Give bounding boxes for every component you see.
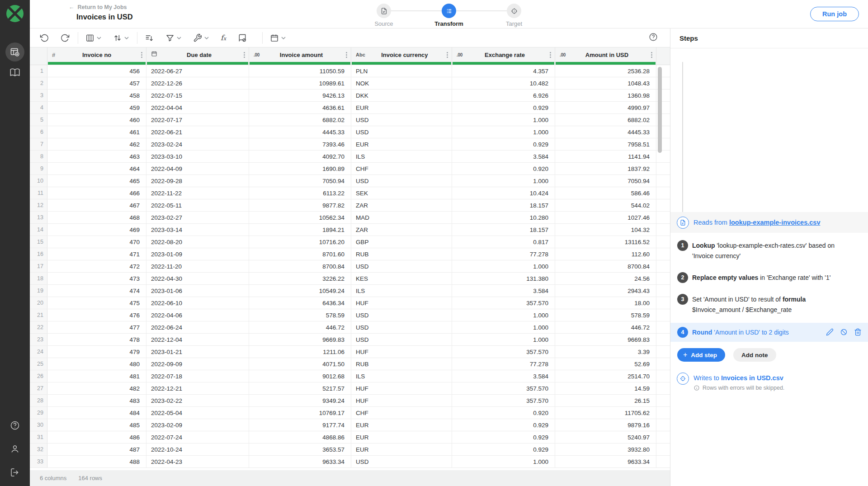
cell[interactable]: 9633.34 xyxy=(555,456,656,467)
cell[interactable]: 2023-01-06 xyxy=(146,285,249,297)
row-number[interactable]: 10 xyxy=(30,175,47,187)
cell[interactable]: CHF xyxy=(351,407,452,419)
cell[interactable]: 471 xyxy=(47,248,146,260)
cell[interactable]: USD xyxy=(351,175,452,187)
cell[interactable]: 4636.61 xyxy=(249,102,351,113)
row-number[interactable]: 5 xyxy=(30,114,47,126)
cell[interactable]: 1.000 xyxy=(452,175,555,187)
cell[interactable]: 2022-06-24 xyxy=(146,321,249,333)
row-number[interactable]: 8 xyxy=(30,151,47,162)
cell[interactable]: CHF xyxy=(351,163,452,175)
help-icon[interactable] xyxy=(5,416,24,434)
cell[interactable]: ILS xyxy=(351,370,452,382)
cell[interactable]: 1.000 xyxy=(452,126,555,138)
disable-icon[interactable] xyxy=(840,328,848,336)
user-icon[interactable] xyxy=(5,440,24,458)
row-number[interactable]: 3 xyxy=(30,90,47,101)
cell[interactable]: 131.380 xyxy=(452,273,555,284)
cell[interactable]: 485 xyxy=(47,419,146,431)
cell[interactable]: 2022-04-09 xyxy=(146,163,249,175)
cell[interactable]: 578.59 xyxy=(249,309,351,321)
column-menu-icon[interactable] xyxy=(446,51,449,59)
cell[interactable]: 10549.24 xyxy=(249,285,351,297)
cell[interactable]: 9669.83 xyxy=(555,334,656,345)
cell[interactable]: 456 xyxy=(47,65,146,77)
cell[interactable]: 5217.57 xyxy=(249,382,351,394)
cell[interactable]: 1.000 xyxy=(452,334,555,345)
cell[interactable]: 357.570 xyxy=(452,346,555,358)
cell[interactable]: 0.929 xyxy=(452,102,555,113)
column-menu-icon[interactable] xyxy=(243,51,246,59)
cell[interactable]: 14.59 xyxy=(555,382,656,394)
cell[interactable]: 10989.61 xyxy=(249,77,351,89)
cell[interactable]: 11050.59 xyxy=(249,65,351,77)
cell[interactable]: 2022-04-23 xyxy=(146,456,249,467)
cell[interactable]: 9633.34 xyxy=(249,456,351,467)
cell[interactable]: HUF xyxy=(351,297,452,309)
cell[interactable]: 1048.43 xyxy=(555,77,656,89)
step-writes[interactable]: Writes to Invoices in USD.csv Rows with … xyxy=(670,373,868,391)
remove-rows-icon[interactable] xyxy=(145,33,154,42)
cell[interactable]: 1027.46 xyxy=(555,212,656,223)
cell[interactable]: 0.920 xyxy=(452,163,555,175)
cell[interactable]: 24.56 xyxy=(555,273,656,284)
edit-icon[interactable] xyxy=(826,328,834,336)
row-number[interactable]: 7 xyxy=(30,138,47,150)
run-job-button[interactable]: Run job xyxy=(810,7,859,21)
cell[interactable]: 7958.51 xyxy=(555,138,656,150)
cell[interactable]: 52.69 xyxy=(555,358,656,370)
column-header-exchange-rate[interactable]: .00Exchange rate xyxy=(452,47,555,65)
cell[interactable]: 9426.13 xyxy=(249,90,351,101)
row-number[interactable]: 12 xyxy=(30,199,47,211)
cell[interactable]: USD xyxy=(351,456,452,467)
filter-icon[interactable] xyxy=(165,33,181,42)
cell[interactable]: 3226.22 xyxy=(249,273,351,284)
column-header-due-date[interactable]: Due date xyxy=(146,47,249,65)
cell[interactable]: HUF xyxy=(351,395,452,406)
cell[interactable]: EUR xyxy=(351,102,452,113)
cell[interactable]: 7050.94 xyxy=(555,175,656,187)
row-number[interactable]: 21 xyxy=(30,309,47,321)
cell[interactable]: 2022-06-10 xyxy=(146,297,249,309)
cell[interactable]: 3.584 xyxy=(452,151,555,162)
cell[interactable]: USD xyxy=(351,114,452,126)
row-number[interactable]: 17 xyxy=(30,260,47,272)
cell[interactable]: 578.59 xyxy=(555,309,656,321)
row-number[interactable]: 25 xyxy=(30,358,47,370)
cell[interactable]: 478 xyxy=(47,334,146,345)
row-number[interactable]: 16 xyxy=(30,248,47,260)
row-number[interactable]: 23 xyxy=(30,334,47,345)
cell[interactable]: 476 xyxy=(47,309,146,321)
cell[interactable]: 1.000 xyxy=(452,260,555,272)
cell[interactable]: ILS xyxy=(351,151,452,162)
column-header-amount-in-usd[interactable]: .00Amount in USD xyxy=(555,47,656,65)
row-number[interactable]: 1 xyxy=(30,65,47,77)
cell[interactable]: ZAR xyxy=(351,224,452,236)
cell[interactable]: 544.02 xyxy=(555,199,656,211)
cell[interactable]: 1.000 xyxy=(452,321,555,333)
help-icon[interactable] xyxy=(648,32,658,44)
cell[interactable]: 4445.33 xyxy=(249,126,351,138)
cell[interactable]: 2023-02-09 xyxy=(146,419,249,431)
cell[interactable]: 6113.22 xyxy=(249,187,351,199)
cell[interactable]: GBP xyxy=(351,236,452,248)
cell[interactable]: 9349.24 xyxy=(249,395,351,406)
cell[interactable]: DKK xyxy=(351,90,452,101)
cell[interactable]: 10716.20 xyxy=(249,236,351,248)
cell[interactable]: 461 xyxy=(47,126,146,138)
cell[interactable]: 2023-01-21 xyxy=(146,346,249,358)
step-item-2[interactable]: 2Replace empty values in 'Exchange rate'… xyxy=(670,272,868,283)
cell[interactable]: 8701.60 xyxy=(249,248,351,260)
cell[interactable]: 480 xyxy=(47,358,146,370)
cell[interactable]: 2022-09-09 xyxy=(146,358,249,370)
cell[interactable]: 8700.84 xyxy=(249,260,351,272)
cell[interactable]: 457 xyxy=(47,77,146,89)
cell[interactable]: USD xyxy=(351,334,452,345)
cell[interactable]: 2022-11-22 xyxy=(146,187,249,199)
cell[interactable]: PLN xyxy=(351,65,452,77)
add-note-button[interactable]: Add note xyxy=(733,348,776,362)
cell[interactable]: 484 xyxy=(47,407,146,419)
cell[interactable]: 13116.52 xyxy=(555,236,656,248)
cell[interactable]: ILS xyxy=(351,285,452,297)
row-number[interactable]: 13 xyxy=(30,212,47,223)
